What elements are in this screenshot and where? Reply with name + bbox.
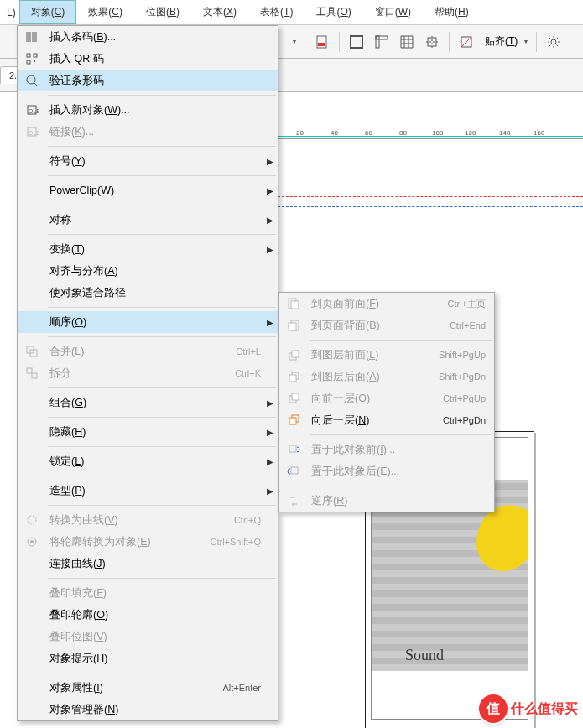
snap-label[interactable]: 贴齐(T) (480, 34, 519, 49)
menu-item-连接曲线[interactable]: 连接曲线(J) (18, 553, 278, 575)
menu-separator (310, 434, 492, 435)
menu-separator (48, 95, 276, 96)
submenu-arrow-icon: ▶ (263, 486, 278, 496)
menu-separator (48, 578, 276, 579)
publish-pdf-button[interactable] (310, 30, 334, 54)
menu-text[interactable]: 文本(X) (191, 0, 248, 24)
watermark: 值 什么值得买 (479, 694, 578, 723)
menubar: L) 对象(C) 效果(C) 位图(B) 文本(X) 表格(T) 工具(O) 窗… (0, 0, 583, 25)
svg-rect-35 (292, 393, 299, 400)
svg-rect-5 (428, 38, 436, 46)
menu-shortcut: Ctrl+Shift+Q (210, 537, 278, 547)
show-guides-button[interactable] (420, 30, 444, 54)
submenu-arrow-icon: ▶ (263, 398, 278, 408)
svg-line-14 (34, 83, 38, 86)
submenu-shortcut: Shift+PgDn (439, 372, 494, 382)
menu-separator (48, 505, 276, 506)
back-layer-icon (279, 370, 308, 383)
show-grid-button[interactable] (395, 30, 419, 54)
menu-tools[interactable]: 工具(O) (305, 0, 362, 24)
svg-rect-2 (351, 36, 362, 48)
menu-item-插入QR码[interactable]: 插入 QR 码 (18, 48, 278, 70)
menu-window[interactable]: 窗口(W) (363, 0, 423, 24)
submenu-item-置于此对象前[interactable]: 置于此对象前(I)... (279, 439, 494, 460)
menu-item-锁定[interactable]: 锁定(L)▶ (18, 450, 278, 472)
menu-item-造型[interactable]: 造型(P)▶ (18, 480, 278, 502)
submenu-arrow-icon: ▶ (263, 216, 278, 225)
page-pdf-icon (315, 35, 329, 49)
menu-item-label: 锁定(L) (46, 455, 263, 469)
submenu-arrow-icon: ▶ (263, 186, 278, 195)
menu-item-label: 使对象适合路径 (46, 286, 278, 300)
submenu-item-label: 到图层后面(A) (308, 370, 439, 384)
submenu-item-置于此对象后[interactable]: 置于此对象后(E)... (279, 460, 494, 482)
submenu-shortcut: Ctrl+主页 (447, 298, 494, 310)
menu-item-符号[interactable]: 符号(Y)▶ (18, 150, 278, 172)
fullscreen-button[interactable] (345, 30, 368, 54)
menu-item-label: 对象属性(I) (46, 681, 222, 695)
submenu-arrow-icon: ▶ (263, 428, 278, 437)
menu-item-叠印轮廓[interactable]: 叠印轮廓(O) (18, 604, 278, 626)
submenu-shortcut: Ctrl+PgUp (443, 393, 494, 403)
submenu-item-到图层后面: 到图层后面(A)Shift+PgDn (279, 366, 494, 387)
svg-rect-12 (34, 60, 35, 62)
behind-icon (279, 465, 308, 478)
menu-item-对象提示[interactable]: 对象提示(H) (18, 647, 278, 669)
menu-item-对象属性[interactable]: 对象属性(I)Alt+Enter (18, 677, 278, 699)
order-submenu: 到页面前面(F)Ctrl+主页到页面背面(B)Ctrl+End到图层前面(L)S… (278, 292, 495, 512)
menu-table[interactable]: 表格(T) (248, 0, 305, 24)
submenu-item-到图层前面: 到图层前面(L)Shift+PgUp (279, 344, 494, 366)
show-rulers-button[interactable] (370, 30, 393, 54)
svg-rect-21 (27, 368, 32, 373)
ole-new-icon: OLE (18, 103, 46, 117)
watermark-text: 什么值得买 (511, 700, 578, 718)
submenu-item-向前一层: 向前一层(O)Ctrl+PgUp (279, 387, 494, 409)
svg-rect-10 (34, 54, 37, 57)
snap-dropdown-icon[interactable]: ▾ (521, 30, 531, 54)
combine-icon (18, 345, 46, 358)
menu-item-label: 验证条形码 (46, 74, 278, 88)
menu-item-label: 对象管理器(N) (46, 703, 278, 717)
dropdown-icon[interactable]: ▾ (289, 30, 299, 54)
svg-point-13 (27, 75, 35, 84)
snap-off-button[interactable] (455, 30, 478, 54)
menu-item-插入新对象[interactable]: OLE插入新对象(W)... (18, 99, 278, 121)
menu-item-顺序[interactable]: 顺序(O)▶ (18, 311, 278, 333)
menu-item-变换[interactable]: 变换(T)▶ (18, 238, 278, 260)
watermark-badge-icon: 值 (479, 694, 508, 723)
artwork-text: Sound (405, 647, 444, 664)
menu-bitmap[interactable]: 位图(B) (134, 0, 191, 24)
outline-obj-icon (18, 535, 46, 549)
verify-icon (18, 74, 46, 87)
menu-item-对齐与分布[interactable]: 对齐与分布(A) (18, 260, 278, 282)
menu-item-验证条形码[interactable]: 验证条形码 (18, 70, 278, 91)
menu-item-隐藏[interactable]: 隐藏(H)▶ (18, 421, 278, 443)
submenu-item-label: 到页面前面(F) (308, 297, 447, 311)
menu-item-使对象适合路径[interactable]: 使对象适合路径 (18, 282, 278, 304)
submenu-arrow-icon: ▶ (263, 457, 278, 466)
menu-separator (48, 146, 276, 147)
menu-item-插入条码[interactable]: 插入条码(B)... (18, 26, 278, 48)
menu-effects[interactable]: 效果(C) (76, 0, 134, 24)
submenu-item-label: 置于此对象后(E)... (308, 465, 494, 479)
break-icon (18, 367, 46, 380)
separator (536, 32, 537, 52)
submenu-item-label: 到图层前面(L) (308, 348, 439, 362)
menu-item-label: 顺序(O) (46, 315, 263, 330)
menu-item-PowerClip[interactable]: PowerClip(W)▶ (18, 179, 278, 201)
menu-item-对象管理器[interactable]: 对象管理器(N) (18, 699, 278, 720)
menu-item-对称[interactable]: 对称▶ (18, 209, 278, 231)
object-menu: 插入条码(B)...插入 QR 码验证条形码OLE插入新对象(W)...OLE链… (17, 25, 278, 721)
menu-help[interactable]: 帮助(H) (423, 0, 481, 24)
menu-separator (310, 486, 492, 486)
menu-item-label: 隐藏(H) (46, 425, 263, 439)
menu-item-label: 对象提示(H) (46, 652, 278, 666)
svg-rect-9 (27, 54, 30, 57)
submenu-item-向后一层[interactable]: 向后一层(N)Ctrl+PgDn (279, 409, 494, 431)
menu-item-label: 叠印填充(F) (46, 586, 278, 601)
menu-separator (310, 340, 492, 341)
options-button[interactable] (542, 30, 565, 54)
menu-item-组合[interactable]: 组合(G)▶ (18, 392, 278, 413)
menu-object[interactable]: 对象(C) (19, 0, 77, 24)
ruler-icon (375, 35, 388, 49)
